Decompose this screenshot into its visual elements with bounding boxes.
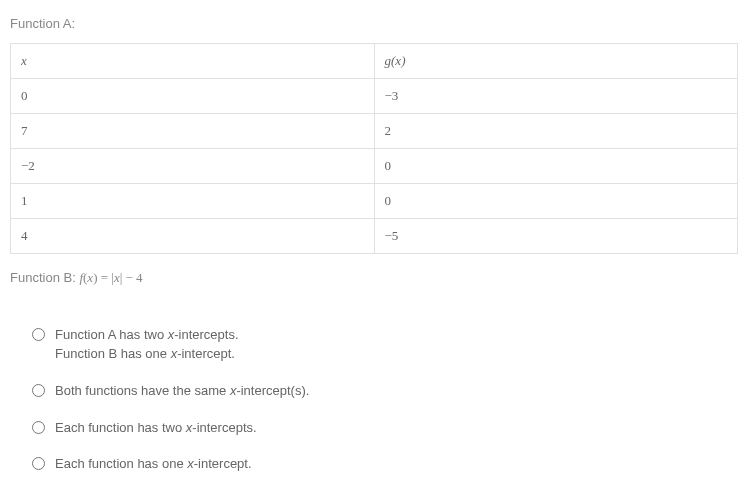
cell-gx-val: 0 xyxy=(385,193,392,208)
opt3-pre: Each function has two xyxy=(55,420,186,435)
option-1[interactable]: Function A has two x-intercepts. Functio… xyxy=(32,326,738,364)
option-3[interactable]: Each function has two x-intercepts. xyxy=(32,419,738,438)
option-1-radio[interactable] xyxy=(32,328,45,341)
opt4-post: -intercept. xyxy=(194,456,252,471)
cell-gx-val: 0 xyxy=(385,158,392,173)
cell-x: 0 xyxy=(11,79,375,114)
cell-x-val: 1 xyxy=(21,193,28,208)
header-x-text: x xyxy=(21,53,27,68)
opt2-post: -intercept(s). xyxy=(236,383,309,398)
option-3-text: Each function has two x-intercepts. xyxy=(55,419,257,438)
option-4-radio[interactable] xyxy=(32,457,45,470)
table-row: −2 0 xyxy=(11,149,738,184)
cell-gx: 0 xyxy=(374,184,738,219)
opt2-pre: Both functions have the same xyxy=(55,383,230,398)
cell-gx: −5 xyxy=(374,219,738,254)
function-b-label: Function B: f(x) = |x| − 4 xyxy=(10,270,738,286)
answer-options: Function A has two x-intercepts. Functio… xyxy=(32,326,738,474)
opt3-post: -intercepts. xyxy=(192,420,256,435)
cell-x: −2 xyxy=(11,149,375,184)
cell-x: 7 xyxy=(11,114,375,149)
func-b-prefix: Function B: xyxy=(10,270,79,285)
table-header-row: x g(x) xyxy=(11,44,738,79)
col-header-x: x xyxy=(11,44,375,79)
table-row: 7 2 xyxy=(11,114,738,149)
func-b-tail: | − 4 xyxy=(120,270,143,285)
option-2[interactable]: Both functions have the same x-intercept… xyxy=(32,382,738,401)
cell-x-val: 7 xyxy=(21,123,28,138)
cell-gx: −3 xyxy=(374,79,738,114)
option-1-text: Function A has two x-intercepts. Functio… xyxy=(55,326,239,364)
cell-gx: 0 xyxy=(374,149,738,184)
option-4[interactable]: Each function has one x-intercept. xyxy=(32,455,738,474)
option-2-text: Both functions have the same x-intercept… xyxy=(55,382,309,401)
cell-x-val: 4 xyxy=(21,228,28,243)
cell-gx-val: −3 xyxy=(385,88,399,103)
cell-gx-val: −5 xyxy=(385,228,399,243)
table-row: 1 0 xyxy=(11,184,738,219)
opt1-l1-pre: Function A has two xyxy=(55,327,168,342)
cell-gx: 2 xyxy=(374,114,738,149)
opt1-l2-pre: Function B has one xyxy=(55,346,171,361)
option-2-radio[interactable] xyxy=(32,384,45,397)
cell-x: 4 xyxy=(11,219,375,254)
table-row: 4 −5 xyxy=(11,219,738,254)
gx-pc: ) xyxy=(401,53,405,68)
function-a-label: Function A: xyxy=(10,16,738,31)
func-b-eq: = | xyxy=(97,270,113,285)
option-3-radio[interactable] xyxy=(32,421,45,434)
table-row: 0 −3 xyxy=(11,79,738,114)
col-header-gx: g(x) xyxy=(374,44,738,79)
opt4-pre: Each function has one xyxy=(55,456,187,471)
cell-x: 1 xyxy=(11,184,375,219)
cell-x-val: −2 xyxy=(21,158,35,173)
opt1-l2-post: -intercept. xyxy=(177,346,235,361)
opt1-l1-post: -intercepts. xyxy=(174,327,238,342)
cell-x-val: 0 xyxy=(21,88,28,103)
function-a-table: x g(x) 0 −3 7 2 −2 0 1 0 4 −5 xyxy=(10,43,738,254)
option-4-text: Each function has one x-intercept. xyxy=(55,455,252,474)
cell-gx-val: 2 xyxy=(385,123,392,138)
